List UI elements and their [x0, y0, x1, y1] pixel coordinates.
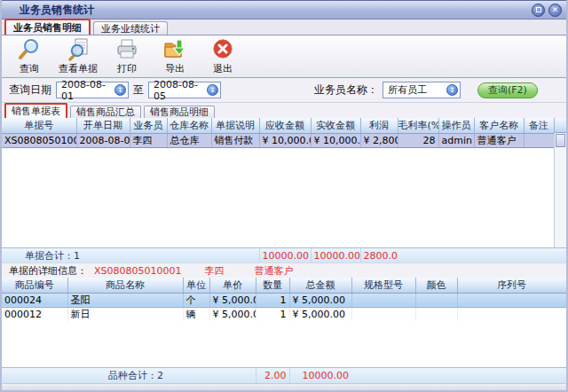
dropdown-icon[interactable]: ↕ — [446, 84, 458, 96]
filter-bar: 查询日期 2008-08-01 ↕ 至 2008-08-05 ↕ 业务员名称： … — [2, 78, 566, 103]
query-f2-button[interactable]: 查询(F2) — [477, 82, 538, 98]
date-from-input[interactable]: 2008-08-01 ↕ — [56, 82, 129, 98]
scrollbar-header-cap — [554, 118, 566, 133]
items-totals-bar: 品种合计：2 2.00 10000.00 — [2, 367, 566, 383]
items-grid: 商品编号商品名称单位单价数量总金额规格型号颜色序列号 000024圣阳个¥ 5,… — [2, 278, 566, 367]
table-cell — [457, 293, 566, 307]
exit-button[interactable]: 退出 — [199, 36, 247, 77]
column-header[interactable]: 单据号 — [2, 118, 76, 133]
window-controls: ✕ — [532, 4, 562, 17]
subtab-label: 销售单据表 — [12, 105, 60, 118]
totals-empty — [351, 368, 566, 383]
document-detail-bar: 单据的详细信息： XS080805010001 李四 普通客户 — [2, 263, 566, 278]
total-received: 10000.00 — [311, 248, 360, 263]
column-header[interactable]: 利润 — [360, 118, 398, 133]
scrollbar-track[interactable] — [554, 133, 566, 247]
table-cell — [457, 307, 566, 321]
table-cell — [351, 307, 415, 321]
detail-customer: 普通客户 — [255, 264, 294, 278]
toolbar: 查询 查看单据 打印 — [2, 35, 566, 78]
toolbar-label: 退出 — [213, 62, 233, 75]
subtab-goods-summary[interactable]: 销售商品汇总 — [70, 106, 141, 118]
column-header[interactable]: 业务员 — [130, 118, 167, 133]
restore-button[interactable] — [532, 4, 545, 17]
column-header[interactable]: 客户名称 — [474, 118, 524, 133]
app-window: 业务员销售统计 ✕ 业务员销售明细 业务业绩统计 查询 — [0, 0, 568, 392]
table-cell: 总仓库 — [167, 133, 211, 147]
tab-label: 业务业绩统计 — [101, 22, 160, 35]
subtab-sales-documents[interactable]: 销售单据表 — [4, 103, 67, 118]
table-cell: 1 — [256, 293, 289, 307]
tab-business-performance[interactable]: 业务业绩统计 — [93, 21, 168, 35]
subtab-goods-detail[interactable]: 销售商品明细 — [144, 106, 215, 118]
column-header[interactable]: 序列号 — [457, 278, 566, 293]
documents-table: 单据号开单日期业务员仓库名称单据说明应收金额实收金额利润毛利率(%)操作员客户名… — [2, 118, 555, 148]
column-header[interactable]: 毛利率(%) — [398, 118, 438, 133]
column-header[interactable]: 规格型号 — [351, 278, 415, 293]
query-button[interactable]: 查询 — [5, 36, 53, 77]
toolbar-label: 导出 — [165, 62, 185, 75]
documents-totals-row: 单据合计：1 10000.00 10000.00 2800.00 — [2, 248, 554, 263]
search-icon — [16, 37, 43, 62]
column-header[interactable]: 备注 — [524, 118, 554, 133]
export-icon — [162, 37, 188, 62]
column-header[interactable]: 颜色 — [415, 278, 457, 293]
scrollbar-thumb[interactable] — [556, 134, 565, 147]
salesperson-select[interactable]: 所有员工 ↕ — [383, 82, 461, 98]
view-document-button[interactable]: 查看单据 — [53, 36, 103, 77]
table-cell: 李四 — [130, 133, 167, 147]
column-header[interactable]: 单据说明 — [211, 118, 259, 133]
column-header[interactable]: 商品编号 — [2, 278, 67, 293]
column-header[interactable]: 实收金额 — [311, 118, 360, 133]
documents-grid: 单据号开单日期业务员仓库名称单据说明应收金额实收金额利润毛利率(%)操作员客户名… — [2, 118, 566, 247]
documents-header-row: 单据号开单日期业务员仓库名称单据说明应收金额实收金额利润毛利率(%)操作员客户名… — [2, 118, 554, 133]
table-cell — [415, 307, 457, 321]
documents-totals-bar: 单据合计：1 10000.00 10000.00 2800.00 — [2, 247, 566, 263]
table-cell: ¥ 5,000.00 — [289, 307, 351, 321]
column-header[interactable]: 总金额 — [289, 278, 351, 293]
table-cell: 28 — [398, 133, 438, 147]
column-header[interactable]: 单价 — [209, 278, 256, 293]
column-header[interactable]: 仓库名称 — [167, 118, 211, 133]
tab-salesperson-sales-detail[interactable]: 业务员销售明细 — [4, 19, 91, 35]
table-row[interactable]: 000024圣阳个¥ 5,000.001¥ 5,000.00 — [2, 293, 566, 307]
items-header-row: 商品编号商品名称单位单价数量总金额规格型号颜色序列号 — [2, 278, 566, 293]
date-from-value: 2008-08-01 — [61, 79, 110, 102]
column-header[interactable]: 数量 — [256, 278, 289, 293]
query-f2-label: 查询(F2) — [488, 83, 527, 97]
column-header[interactable]: 应收金额 — [259, 118, 311, 133]
date-spinner-icon[interactable]: ↕ — [114, 84, 126, 96]
table-cell: 销售付款 — [211, 133, 259, 147]
detail-doc-number: XS080805010001 — [94, 265, 182, 277]
table-cell: ¥ 10,000.00 — [311, 133, 360, 147]
toolbar-label: 查看单据 — [59, 62, 98, 75]
date-range-label: 查询日期 — [9, 82, 51, 98]
salesperson-value: 所有员工 — [388, 83, 442, 97]
subtab-label: 销售商品明细 — [150, 106, 209, 119]
export-button[interactable]: 导出 — [151, 36, 199, 77]
vertical-scrollbar[interactable] — [554, 118, 566, 247]
tab-label: 业务员销售明细 — [13, 21, 82, 35]
items-totals-row: 品种合计：2 2.00 10000.00 — [2, 368, 566, 383]
column-header[interactable]: 操作员 — [438, 118, 474, 133]
table-cell — [351, 293, 415, 307]
exit-icon — [209, 37, 236, 62]
table-row[interactable]: XS0808050100012008-08-05李四总仓库销售付款¥ 10,00… — [2, 133, 554, 147]
total-amount: 10000.00 — [289, 368, 351, 383]
table-cell: 个 — [183, 293, 209, 307]
date-spinner-icon[interactable]: ↕ — [207, 84, 218, 96]
close-button[interactable]: ✕ — [548, 4, 562, 17]
print-button[interactable]: 打印 — [103, 36, 151, 77]
column-header[interactable]: 商品名称 — [67, 278, 183, 293]
column-header[interactable]: 单位 — [183, 278, 209, 293]
detail-info-label: 单据的详细信息： — [9, 264, 87, 278]
column-header[interactable]: 开单日期 — [76, 118, 130, 133]
print-icon — [114, 37, 140, 62]
window-title: 业务员销售统计 — [20, 3, 94, 18]
sub-tab-bar: 销售单据表 销售商品汇总 销售商品明细 — [2, 103, 566, 118]
table-row[interactable]: 000012新日辆¥ 5,000.001¥ 5,000.00 — [2, 307, 566, 321]
restore-icon — [536, 7, 541, 12]
date-to-input[interactable]: 2008-08-05 ↕ — [148, 82, 221, 98]
table-cell: ¥ 5,000.00 — [209, 293, 256, 307]
table-cell: 1 — [256, 307, 289, 321]
